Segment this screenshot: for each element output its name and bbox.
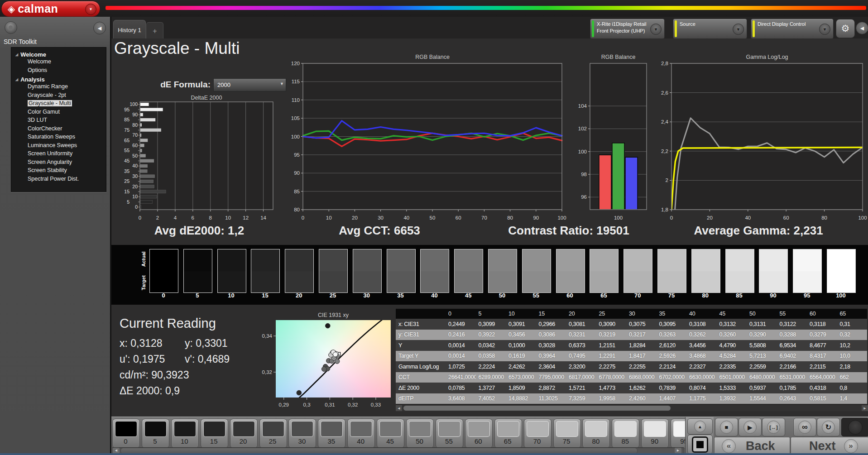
sidebar-item-welcome[interactable]: Welcome <box>11 58 106 67</box>
table-cell: 6868,0000 <box>626 372 657 383</box>
sidebar-item-color-gamut[interactable]: Color Gamut <box>11 109 106 117</box>
table-cell: 1,3932 <box>717 393 747 404</box>
item-label: Grayscale - 2pt <box>28 92 66 98</box>
axis-label: 6 <box>192 215 194 220</box>
patch-window-button[interactable] <box>687 435 713 454</box>
sidebar-item-saturation-sweeps[interactable]: Saturation Sweeps <box>11 134 106 142</box>
patch-level-label: 20 <box>230 437 256 445</box>
table-cell: 0,3095 <box>657 319 687 330</box>
patch-button-10[interactable]: 10 <box>171 419 199 448</box>
patch-button-55[interactable]: 55 <box>436 419 463 448</box>
scroll-right-icon[interactable]: ▶ <box>862 405 868 411</box>
sidebar-section-welcome[interactable]: ◢Welcome <box>11 50 106 58</box>
chevron-left-icon: ◀ <box>98 25 101 31</box>
table-cell: 0,2643 <box>777 393 807 404</box>
patch-window-up-button[interactable]: ▲ <box>687 418 713 435</box>
patch-button-75[interactable]: 75 <box>553 419 581 448</box>
sidebar-item-options[interactable]: Options <box>11 67 106 76</box>
sidebar-item-luminance-sweeps[interactable]: Luminance Sweeps <box>11 142 106 151</box>
axis-label: Gamma Log/Log <box>746 54 788 60</box>
patch-swatch <box>614 421 637 437</box>
reading-value: 0,9 <box>165 385 180 397</box>
display-control-dropdown[interactable]: Direct Display Control ▼ <box>751 19 834 39</box>
swatch-actual <box>455 249 483 271</box>
patch-level-label: 0 <box>113 437 139 445</box>
bar-green <box>612 143 624 210</box>
panel-collapse-button[interactable]: ◀ <box>856 22 868 34</box>
swatch-level-label: 70 <box>623 292 652 299</box>
calman-logo-button[interactable]: ◈ calman ▼ <box>1 1 100 17</box>
scroll-right-icon[interactable]: ▶ <box>675 448 681 453</box>
patch-button-95[interactable]: 95 <box>671 419 685 448</box>
sidebar-item-colorchecker[interactable]: ColorChecker <box>11 125 106 134</box>
patch-button-90[interactable]: 90 <box>641 419 669 448</box>
control-dropdown-arrow[interactable]: ▼ <box>819 24 830 35</box>
table-cell: 0,1000 <box>506 340 536 351</box>
logo-menu-dropdown[interactable]: ▼ <box>85 4 96 15</box>
step-button[interactable]: [↔] <box>762 418 785 436</box>
patch-button-80[interactable]: 80 <box>582 419 610 448</box>
axis-label: 120 <box>291 61 300 66</box>
patch-button-35[interactable]: 35 <box>318 419 345 448</box>
add-tab-button[interactable]: + <box>146 22 163 39</box>
next-button[interactable]: Next » <box>791 437 868 455</box>
patch-button-30[interactable]: 30 <box>288 419 316 448</box>
sidebar-item-screen-stability[interactable]: Screen Stability <box>11 167 106 176</box>
sidebar-section-analysis[interactable]: ◢Analysis <box>11 75 106 83</box>
scroll-left-icon[interactable]: ◀ <box>396 405 402 411</box>
axis-label: 98 <box>581 172 587 177</box>
patch-button-20[interactable]: 20 <box>230 419 258 448</box>
axis-label: 25 <box>124 178 129 184</box>
source-dropdown[interactable]: Source ▼ <box>673 19 747 39</box>
patch-button-60[interactable]: 60 <box>465 419 493 448</box>
sidebar-item-screen-angularity[interactable]: Screen Angularity <box>11 159 106 168</box>
patch-scrollbar[interactable]: ◀ ▶ <box>112 447 684 454</box>
continuous-button[interactable]: ∞ <box>793 418 816 436</box>
patch-button-25[interactable]: 25 <box>259 419 287 448</box>
sidebar-collapse-button[interactable]: ◀ <box>93 22 106 34</box>
patch-button-5[interactable]: 5 <box>142 419 169 448</box>
loop-button[interactable]: ↻ <box>817 418 840 436</box>
settings-button[interactable]: ⚙ <box>836 19 855 38</box>
sidebar-item-spectral-power-dist[interactable]: Spectral Power Dist. <box>11 176 106 184</box>
source-dropdown-arrow[interactable]: ▼ <box>733 24 744 35</box>
reading-row: u': 0,1975v': 0,4689 <box>120 353 250 369</box>
stop-button[interactable]: ■ <box>715 418 738 436</box>
table-col-header-10: 10 <box>506 309 536 319</box>
scroll-left-icon[interactable]: ◀ <box>113 448 120 453</box>
swatch-actual <box>759 249 787 271</box>
patch-button-15[interactable]: 15 <box>201 419 228 448</box>
meter-dropdown-arrow[interactable]: ▼ <box>650 24 662 35</box>
sidebar-item-grayscale-multi[interactable]: Grayscale - Multi <box>11 100 106 109</box>
reading-y: y: 0,3301 <box>185 337 250 350</box>
sidebar-item-3d-lut[interactable]: 3D LUT <box>11 117 106 125</box>
table-row-target-y: Target Y0,00140,03580,16190,39640,74951,… <box>396 351 867 362</box>
source-label: Source <box>680 21 695 28</box>
patch-button-45[interactable]: 45 <box>377 419 404 448</box>
meter-dropdown[interactable]: X-Rite i1Display Retail Front Projector … <box>590 19 665 39</box>
patch-button-70[interactable]: 70 <box>524 419 551 448</box>
swatch-target <box>387 271 415 293</box>
item-label: Spectral Power Dist. <box>28 176 79 182</box>
table-scrollbar[interactable]: ◀ ▶ <box>396 405 868 411</box>
sidebar-item-grayscale-2pt[interactable]: Grayscale - 2pt <box>11 92 106 101</box>
sidebar-item-screen-uniformity[interactable]: Screen Uniformity <box>11 150 106 159</box>
patch-button-85[interactable]: 85 <box>612 419 639 448</box>
de-formula-select[interactable]: 2000 ▼ <box>213 78 286 91</box>
target-row-label: Target <box>139 271 147 295</box>
table-cell: 0,3099 <box>476 319 506 330</box>
patch-button-0[interactable]: 0 <box>112 419 140 448</box>
axis-label: 102 <box>578 126 587 131</box>
patch-button-50[interactable]: 50 <box>406 419 434 448</box>
play-button[interactable]: ▶ <box>739 418 762 436</box>
table-scroll-thumb[interactable] <box>403 406 671 411</box>
tab-history-1[interactable]: History 1 <box>113 20 146 39</box>
table-row-gamma-log-log: Gamma Log/Log1,07252,22242,42622,36042,3… <box>396 361 867 372</box>
swatch-actual <box>353 249 381 271</box>
patch-button-65[interactable]: 65 <box>494 419 522 448</box>
axis-label: 95 <box>124 107 129 112</box>
deltae-bar-75 <box>140 129 161 132</box>
patch-button-40[interactable]: 40 <box>347 419 375 448</box>
back-button[interactable]: « Back <box>714 437 790 455</box>
sidebar-item-dynamic-range[interactable]: Dynamic Range <box>11 83 106 92</box>
